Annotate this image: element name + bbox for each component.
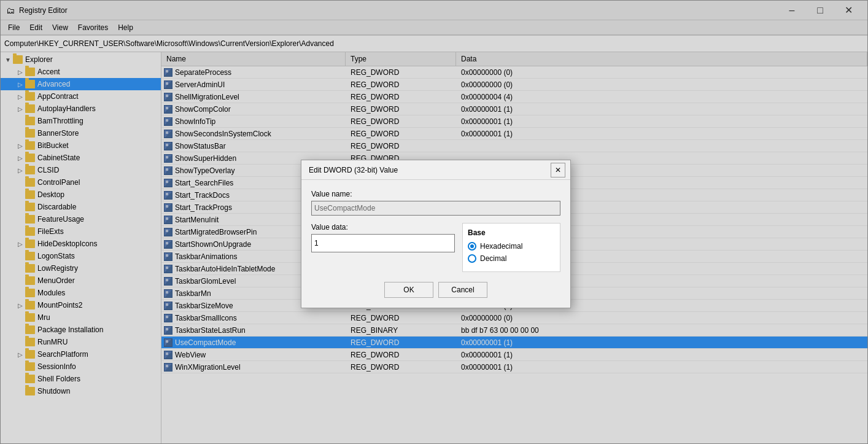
value-data-label: Value data: xyxy=(311,223,455,232)
value-name-field: Value name: xyxy=(311,190,560,216)
dialog-buttons: OK Cancel xyxy=(311,282,560,298)
base-group: Base Hexadecimal Decimal xyxy=(462,223,560,272)
hexadecimal-label: Hexadecimal xyxy=(480,242,522,251)
edit-dword-dialog: Edit DWORD (32-bit) Value ✕ Value name: … xyxy=(301,160,571,308)
dialog-title: Edit DWORD (32-bit) Value xyxy=(309,166,551,174)
hexadecimal-radio[interactable] xyxy=(468,242,476,251)
decimal-option[interactable]: Decimal xyxy=(468,254,555,263)
decimal-label: Decimal xyxy=(480,254,506,263)
dialog-body: Value name: Value data: Base Hexadecimal xyxy=(301,180,570,308)
dialog-close-button[interactable]: ✕ xyxy=(551,163,565,177)
ok-button[interactable]: OK xyxy=(384,282,433,298)
value-name-input[interactable] xyxy=(311,201,560,216)
value-data-input[interactable] xyxy=(311,234,455,252)
value-data-row: Value data: Base Hexadecimal Decimal xyxy=(311,223,560,272)
modal-overlay: Edit DWORD (32-bit) Value ✕ Value name: … xyxy=(0,0,868,444)
hexadecimal-option[interactable]: Hexadecimal xyxy=(468,242,555,251)
base-label: Base xyxy=(468,228,555,237)
dialog-title-bar: Edit DWORD (32-bit) Value ✕ xyxy=(301,160,570,180)
decimal-radio[interactable] xyxy=(468,254,476,263)
value-name-label: Value name: xyxy=(311,190,560,198)
value-data-field: Value data: xyxy=(311,223,455,272)
cancel-button[interactable]: Cancel xyxy=(438,282,487,298)
